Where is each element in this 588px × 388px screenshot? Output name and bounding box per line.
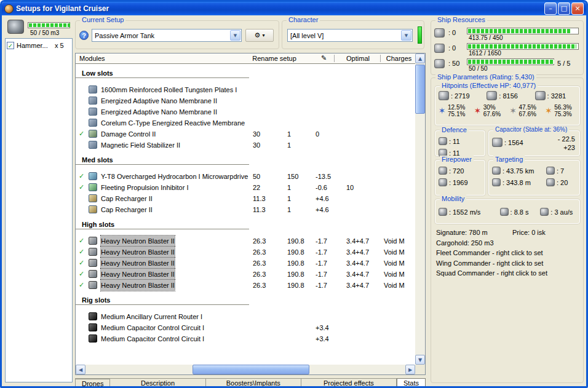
mag-field-stabilizer-icon (89, 141, 97, 149)
tab-projected-effects[interactable]: Projected effects (301, 379, 397, 388)
module-value-3: 0 (316, 129, 319, 140)
module-row[interactable]: Magnetic Field Stabilizer II301 (76, 140, 416, 151)
resource-bar-fill (468, 44, 576, 49)
tab-stats[interactable]: Stats (397, 378, 426, 388)
module-row[interactable]: ✓Fleeting Propulsion Inhibitor I221-0.61… (76, 182, 416, 193)
cap-recharger-icon (89, 205, 97, 213)
resist-cell: ✶12.5%75.1% (437, 104, 473, 117)
module-row[interactable]: ✓Heavy Neutron Blaster II26.3190.8-1.73.… (76, 247, 416, 258)
info-line: Fleet Commander - right click to set (436, 248, 581, 258)
fitted-check-icon: ✓ (79, 129, 84, 140)
turret-volley-icon (439, 167, 447, 175)
module-value-1: 26.3 (253, 247, 266, 258)
hull-hp-icon (535, 91, 546, 100)
tab-boosters-implants[interactable]: Boosters\Implants (206, 379, 301, 388)
stat-cell: : 11 (439, 135, 483, 147)
module-name: Corelum C-Type Energized Reactive Membra… (101, 117, 245, 129)
module-row[interactable]: ✓Heavy Neutron Blaster II26.3190.8-1.73.… (76, 236, 416, 247)
kinetic-resist-icon: ✶ (509, 106, 518, 116)
module-row[interactable]: Medium Capacitor Control Circuit I+3.4 (76, 333, 416, 344)
module-name: 1600mm Reinforced Rolled Tungsten Plates… (101, 84, 237, 95)
module-row[interactable]: ✓Heavy Neutron Blaster II26.3190.8-1.73.… (76, 280, 416, 291)
drone-checkbox[interactable]: ✓ (7, 42, 14, 49)
armor-resist-value: 67.6% (483, 111, 501, 117)
module-row[interactable]: Medium Ancillary Current Router I (76, 311, 416, 322)
resource-bar (467, 58, 554, 65)
ship-resources-group: Ship Resources : 0413.75 / 450: 01612 / … (431, 20, 584, 75)
vertical-scroll-thumb[interactable] (415, 65, 425, 114)
module-row[interactable]: ✓Y-T8 Overcharged Hydrocarbon I Microwar… (76, 171, 416, 182)
module-value-1: 11.3 (253, 193, 266, 204)
module-value-2: 190.8 (287, 269, 304, 280)
combo-arrow-icon[interactable]: ▼ (401, 30, 411, 41)
horizontal-scrollbar[interactable]: ◀ ▶ (76, 365, 415, 374)
hybrid-turret-icon (89, 270, 97, 278)
module-name: Fleeting Propulsion Inhibitor I (101, 182, 188, 193)
dropdown-arrow-icon: ▾ (262, 33, 264, 38)
stat-value: : 8.8 s (511, 208, 529, 216)
module-value-1: 11.3 (253, 204, 266, 215)
module-row[interactable]: 1600mm Reinforced Rolled Tungsten Plates… (76, 84, 416, 95)
module-value-1: 26.3 (253, 280, 266, 291)
damage-control-icon (89, 130, 97, 138)
module-row[interactable]: ✓Damage Control II3010 (76, 129, 416, 140)
close-button[interactable]: × (571, 2, 584, 15)
hybrid-turret-icon (89, 281, 97, 289)
maximize-button[interactable]: □ (558, 2, 570, 15)
targeting-grid: : 43.75 km: 7: 343.8 m: 20 (492, 165, 579, 188)
scroll-right-button[interactable]: ▶ (405, 365, 415, 374)
module-name: Y-T8 Overcharged Hydrocarbon I Microwarp… (101, 171, 248, 182)
scroll-down-button[interactable]: ▼ (415, 355, 425, 365)
module-row[interactable]: Cap Recharger II11.31+4.6 (76, 193, 416, 204)
module-value-3: -1.7 (316, 280, 327, 291)
minimize-button[interactable]: – (544, 2, 557, 15)
module-name: Heavy Neutron Blaster II (101, 236, 175, 247)
stat-cell: : 720 (439, 165, 483, 176)
module-value-4: 3.4+4.7 (346, 280, 369, 291)
rename-setup-button[interactable]: Rename setup (248, 53, 301, 63)
setup-select[interactable]: Passive Armor Tank ▼ (92, 29, 242, 42)
module-name: Energized Adaptive Nano Membrane II (101, 106, 217, 117)
module-row[interactable]: Cap Recharger II11.31+4.6 (76, 204, 416, 215)
ship-info: Signature: 780 m Price: 0 isk Cargohold:… (436, 228, 581, 279)
module-value-1: 22 (253, 182, 260, 193)
module-value-1: 30 (253, 129, 260, 140)
setup-tools-button[interactable]: ⚙ ▾ (245, 29, 274, 42)
module-charge: Void M (384, 280, 405, 291)
module-value-4: 3.4+4.7 (346, 258, 369, 269)
module-row[interactable]: Energized Adaptive Nano Membrane II (76, 95, 416, 106)
drone-panel: 50 / 50 m3 ✓Hammer...x 5 (5, 18, 74, 382)
module-value-3: -13.5 (316, 171, 331, 182)
eft-window: Setups for Vigilant Cruiser – □ × 50 / 5… (0, 0, 588, 388)
help-icon[interactable]: ? (79, 31, 89, 40)
stats-panel: Ship Resources : 0413.75 / 450: 01612 / … (431, 18, 585, 382)
tab-drones[interactable]: Drones (75, 379, 110, 388)
scroll-up-button[interactable]: ▲ (415, 53, 425, 63)
app-icon (4, 4, 14, 14)
module-row[interactable]: ✓Heavy Neutron Blaster II26.3190.8-1.73.… (76, 269, 416, 280)
price-value: Price: 0 isk (512, 228, 546, 238)
module-row[interactable]: Energized Adaptive Nano Membrane II (76, 106, 416, 117)
module-row[interactable]: ✓Heavy Neutron Blaster II26.3190.8-1.73.… (76, 258, 416, 269)
capacitor-amount-cell: : 1564 (492, 138, 523, 147)
armor-resist-value: 75.3% (554, 111, 571, 117)
drone-item[interactable]: ✓Hammer...x 5 (7, 41, 71, 50)
module-name: Damage Control II (101, 129, 156, 140)
scrollbar-corner (415, 365, 425, 374)
resource-count: : 0 (448, 44, 456, 52)
resist-cell: ✶56.3%75.3% (544, 104, 579, 117)
module-row[interactable]: Medium Capacitor Control Circuit I+3.4 (76, 322, 416, 333)
character-select[interactable]: [All level V] ▼ (287, 29, 413, 42)
hybrid-turret-icon (89, 237, 97, 245)
character-select-value: [All level V] (288, 32, 400, 39)
launcher-hardpoint-icon (434, 44, 445, 53)
rig-icon (89, 323, 97, 331)
combo-arrow-icon[interactable]: ▼ (230, 30, 240, 41)
tab-description[interactable]: Description (110, 379, 205, 388)
scroll-left-button[interactable]: ◀ (76, 365, 85, 374)
hybrid-turret-icon (89, 259, 97, 267)
drone-list[interactable]: ✓Hammer...x 5 (5, 38, 73, 382)
module-row[interactable]: Corelum C-Type Energized Reactive Membra… (76, 117, 416, 129)
vertical-scrollbar[interactable]: ▲ ▼ (415, 53, 425, 365)
horizontal-scroll-thumb[interactable] (193, 365, 309, 374)
